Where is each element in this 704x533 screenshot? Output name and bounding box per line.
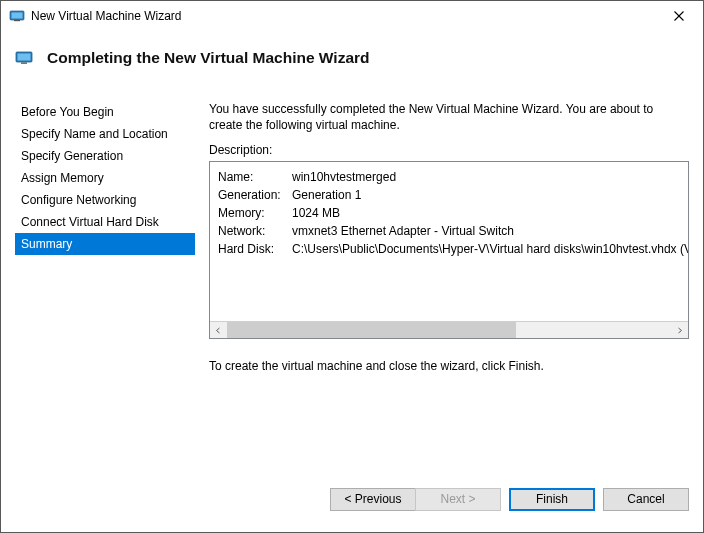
description-box: Name: win10hvtestmerged Generation: Gene…	[209, 161, 689, 339]
svg-rect-1	[12, 13, 23, 19]
step-specify-name-location[interactable]: Specify Name and Location	[15, 123, 195, 145]
wizard-body: Before You Begin Specify Name and Locati…	[1, 73, 703, 466]
chevron-left-icon	[215, 327, 222, 334]
summary-name-value: win10hvtestmerged	[292, 168, 680, 186]
summary-harddisk-value: C:\Users\Public\Documents\Hyper-V\Virtua…	[292, 240, 688, 258]
step-configure-networking[interactable]: Configure Networking	[15, 189, 195, 211]
scroll-track[interactable]	[227, 322, 671, 338]
summary-row-network: Network: vmxnet3 Ethernet Adapter - Virt…	[218, 222, 680, 240]
scroll-left-arrow[interactable]	[210, 322, 227, 338]
svg-rect-6	[18, 54, 31, 61]
scroll-thumb[interactable]	[227, 322, 516, 338]
summary-row-name: Name: win10hvtestmerged	[218, 168, 680, 186]
nav-button-group: < Previous Next >	[330, 488, 501, 511]
next-button: Next >	[415, 488, 501, 511]
cancel-button[interactable]: Cancel	[603, 488, 689, 511]
horizontal-scrollbar[interactable]	[210, 321, 688, 338]
finish-hint: To create the virtual machine and close …	[209, 359, 689, 373]
wizard-footer: < Previous Next > Finish Cancel	[1, 466, 703, 532]
svg-rect-2	[14, 20, 20, 21]
summary-row-harddisk: Hard Disk: C:\Users\Public\Documents\Hyp…	[218, 240, 680, 258]
svg-rect-7	[21, 63, 27, 64]
main-panel: You have successfully completed the New …	[209, 101, 689, 466]
chevron-right-icon	[676, 327, 683, 334]
scroll-right-arrow[interactable]	[671, 322, 688, 338]
summary-memory-value: 1024 MB	[292, 204, 680, 222]
summary-name-label: Name:	[218, 168, 292, 186]
wizard-window: New Virtual Machine Wizard Completing th…	[0, 0, 704, 533]
step-summary[interactable]: Summary	[15, 233, 195, 255]
intro-text: You have successfully completed the New …	[209, 101, 689, 133]
step-specify-generation[interactable]: Specify Generation	[15, 145, 195, 167]
window-title: New Virtual Machine Wizard	[31, 9, 656, 23]
description-label: Description:	[209, 143, 689, 157]
summary-row-generation: Generation: Generation 1	[218, 186, 680, 204]
header-title: Completing the New Virtual Machine Wizar…	[47, 49, 370, 67]
previous-button[interactable]: < Previous	[330, 488, 416, 511]
summary-generation-label: Generation:	[218, 186, 292, 204]
summary-network-value: vmxnet3 Ethernet Adapter - Virtual Switc…	[292, 222, 680, 240]
summary-harddisk-label: Hard Disk:	[218, 240, 292, 258]
close-icon	[674, 11, 684, 21]
step-connect-virtual-hard-disk[interactable]: Connect Virtual Hard Disk	[15, 211, 195, 233]
header-icon	[1, 50, 47, 66]
summary-network-label: Network:	[218, 222, 292, 240]
step-before-you-begin[interactable]: Before You Begin	[15, 101, 195, 123]
summary-row-memory: Memory: 1024 MB	[218, 204, 680, 222]
finish-button[interactable]: Finish	[509, 488, 595, 511]
steps-sidebar: Before You Begin Specify Name and Locati…	[15, 101, 195, 466]
app-icon	[9, 8, 25, 24]
summary-rows: Name: win10hvtestmerged Generation: Gene…	[210, 162, 688, 321]
titlebar: New Virtual Machine Wizard	[1, 1, 703, 31]
close-button[interactable]	[656, 2, 701, 30]
wizard-header: Completing the New Virtual Machine Wizar…	[1, 31, 703, 73]
summary-generation-value: Generation 1	[292, 186, 680, 204]
step-assign-memory[interactable]: Assign Memory	[15, 167, 195, 189]
summary-memory-label: Memory:	[218, 204, 292, 222]
